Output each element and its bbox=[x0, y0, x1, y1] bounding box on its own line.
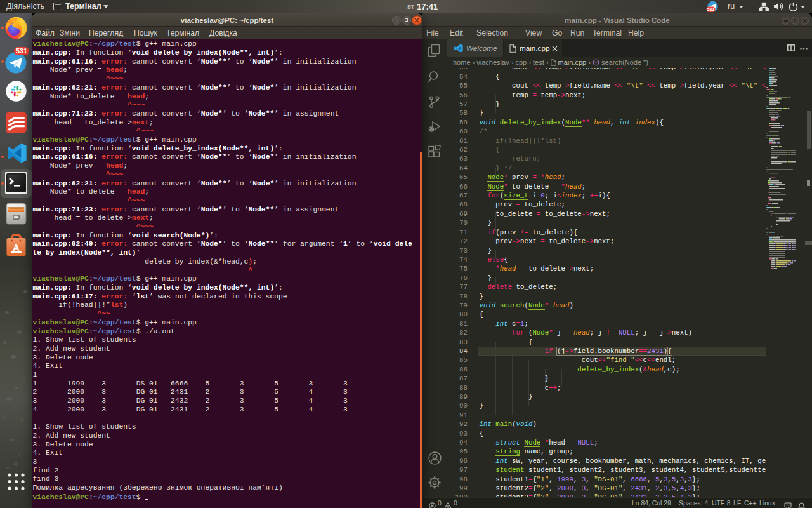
svg-text:531: 531 bbox=[707, 7, 715, 11]
svg-text:A: A bbox=[13, 242, 20, 253]
svg-text:531: 531 bbox=[16, 47, 27, 55]
